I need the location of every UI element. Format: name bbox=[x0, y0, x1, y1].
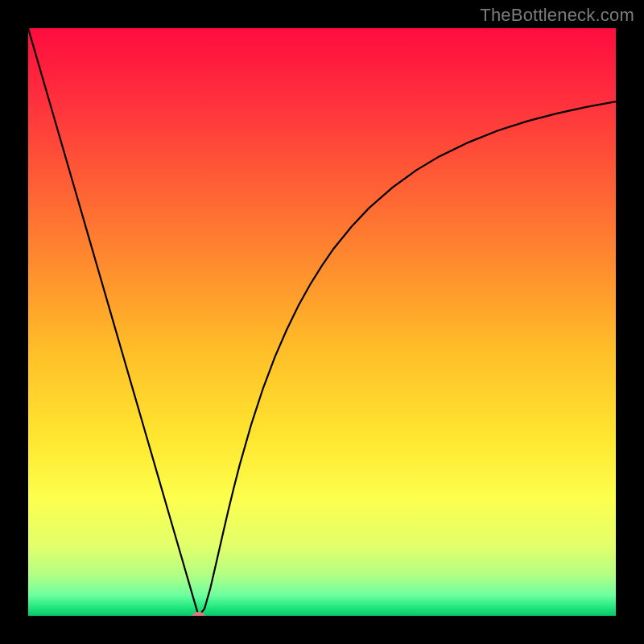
gradient-background bbox=[28, 28, 616, 616]
watermark-text: TheBottleneck.com bbox=[480, 5, 634, 26]
chart-frame: TheBottleneck.com bbox=[0, 0, 644, 644]
plot-area bbox=[28, 28, 616, 616]
chart-svg bbox=[28, 28, 616, 616]
